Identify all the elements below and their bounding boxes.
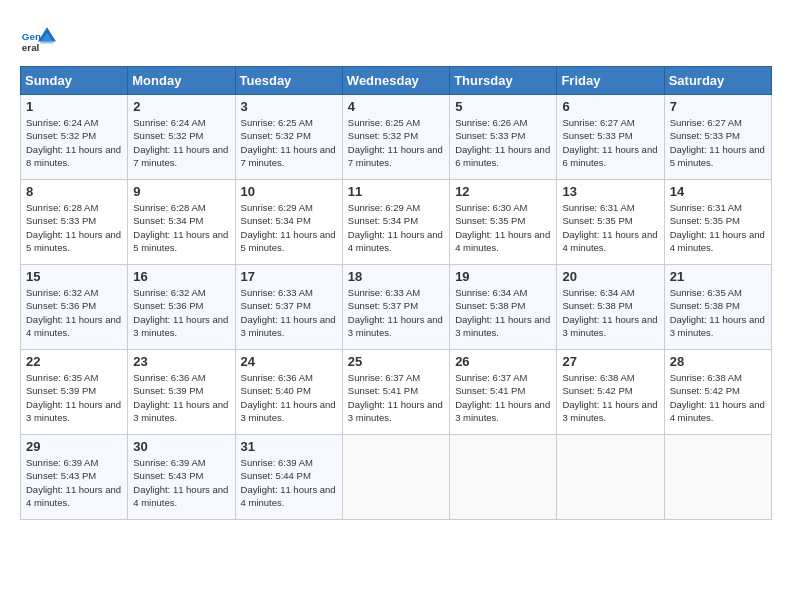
day-number: 1 bbox=[26, 99, 122, 114]
day-info: Sunrise: 6:24 AMSunset: 5:32 PMDaylight:… bbox=[133, 116, 229, 169]
calendar-cell: 24 Sunrise: 6:36 AMSunset: 5:40 PMDaylig… bbox=[235, 350, 342, 435]
calendar-week-1: 1 Sunrise: 6:24 AMSunset: 5:32 PMDayligh… bbox=[21, 95, 772, 180]
day-info: Sunrise: 6:29 AMSunset: 5:34 PMDaylight:… bbox=[241, 201, 337, 254]
day-info: Sunrise: 6:32 AMSunset: 5:36 PMDaylight:… bbox=[26, 286, 122, 339]
calendar-cell: 27 Sunrise: 6:38 AMSunset: 5:42 PMDaylig… bbox=[557, 350, 664, 435]
day-info: Sunrise: 6:38 AMSunset: 5:42 PMDaylight:… bbox=[562, 371, 658, 424]
calendar-cell bbox=[450, 435, 557, 520]
calendar-cell: 12 Sunrise: 6:30 AMSunset: 5:35 PMDaylig… bbox=[450, 180, 557, 265]
logo-icon: Gen eral bbox=[20, 20, 56, 56]
calendar-cell: 25 Sunrise: 6:37 AMSunset: 5:41 PMDaylig… bbox=[342, 350, 449, 435]
day-number: 12 bbox=[455, 184, 551, 199]
day-number: 4 bbox=[348, 99, 444, 114]
day-number: 18 bbox=[348, 269, 444, 284]
calendar-cell: 14 Sunrise: 6:31 AMSunset: 5:35 PMDaylig… bbox=[664, 180, 771, 265]
day-header-sunday: Sunday bbox=[21, 67, 128, 95]
day-number: 28 bbox=[670, 354, 766, 369]
day-number: 23 bbox=[133, 354, 229, 369]
day-number: 7 bbox=[670, 99, 766, 114]
calendar-cell: 15 Sunrise: 6:32 AMSunset: 5:36 PMDaylig… bbox=[21, 265, 128, 350]
day-info: Sunrise: 6:25 AMSunset: 5:32 PMDaylight:… bbox=[241, 116, 337, 169]
calendar-week-3: 15 Sunrise: 6:32 AMSunset: 5:36 PMDaylig… bbox=[21, 265, 772, 350]
calendar-cell: 31 Sunrise: 6:39 AMSunset: 5:44 PMDaylig… bbox=[235, 435, 342, 520]
day-number: 16 bbox=[133, 269, 229, 284]
day-info: Sunrise: 6:36 AMSunset: 5:39 PMDaylight:… bbox=[133, 371, 229, 424]
day-info: Sunrise: 6:32 AMSunset: 5:36 PMDaylight:… bbox=[133, 286, 229, 339]
day-number: 21 bbox=[670, 269, 766, 284]
day-number: 14 bbox=[670, 184, 766, 199]
day-header-friday: Friday bbox=[557, 67, 664, 95]
day-header-monday: Monday bbox=[128, 67, 235, 95]
day-number: 13 bbox=[562, 184, 658, 199]
calendar-cell: 3 Sunrise: 6:25 AMSunset: 5:32 PMDayligh… bbox=[235, 95, 342, 180]
day-info: Sunrise: 6:24 AMSunset: 5:32 PMDaylight:… bbox=[26, 116, 122, 169]
calendar-cell: 19 Sunrise: 6:34 AMSunset: 5:38 PMDaylig… bbox=[450, 265, 557, 350]
calendar-cell: 20 Sunrise: 6:34 AMSunset: 5:38 PMDaylig… bbox=[557, 265, 664, 350]
calendar-cell: 28 Sunrise: 6:38 AMSunset: 5:42 PMDaylig… bbox=[664, 350, 771, 435]
day-number: 27 bbox=[562, 354, 658, 369]
day-number: 24 bbox=[241, 354, 337, 369]
day-number: 8 bbox=[26, 184, 122, 199]
day-number: 19 bbox=[455, 269, 551, 284]
day-header-wednesday: Wednesday bbox=[342, 67, 449, 95]
calendar-week-2: 8 Sunrise: 6:28 AMSunset: 5:33 PMDayligh… bbox=[21, 180, 772, 265]
day-info: Sunrise: 6:27 AMSunset: 5:33 PMDaylight:… bbox=[562, 116, 658, 169]
day-info: Sunrise: 6:31 AMSunset: 5:35 PMDaylight:… bbox=[670, 201, 766, 254]
day-number: 20 bbox=[562, 269, 658, 284]
calendar-table: SundayMondayTuesdayWednesdayThursdayFrid… bbox=[20, 66, 772, 520]
day-info: Sunrise: 6:31 AMSunset: 5:35 PMDaylight:… bbox=[562, 201, 658, 254]
calendar-cell: 1 Sunrise: 6:24 AMSunset: 5:32 PMDayligh… bbox=[21, 95, 128, 180]
day-info: Sunrise: 6:30 AMSunset: 5:35 PMDaylight:… bbox=[455, 201, 551, 254]
calendar-cell: 7 Sunrise: 6:27 AMSunset: 5:33 PMDayligh… bbox=[664, 95, 771, 180]
day-info: Sunrise: 6:38 AMSunset: 5:42 PMDaylight:… bbox=[670, 371, 766, 424]
day-info: Sunrise: 6:29 AMSunset: 5:34 PMDaylight:… bbox=[348, 201, 444, 254]
calendar-cell: 17 Sunrise: 6:33 AMSunset: 5:37 PMDaylig… bbox=[235, 265, 342, 350]
calendar-cell: 8 Sunrise: 6:28 AMSunset: 5:33 PMDayligh… bbox=[21, 180, 128, 265]
day-header-saturday: Saturday bbox=[664, 67, 771, 95]
calendar-cell bbox=[557, 435, 664, 520]
svg-text:Gen: Gen bbox=[22, 31, 41, 42]
calendar-cell: 21 Sunrise: 6:35 AMSunset: 5:38 PMDaylig… bbox=[664, 265, 771, 350]
day-info: Sunrise: 6:35 AMSunset: 5:38 PMDaylight:… bbox=[670, 286, 766, 339]
calendar-body: 1 Sunrise: 6:24 AMSunset: 5:32 PMDayligh… bbox=[21, 95, 772, 520]
calendar-cell: 5 Sunrise: 6:26 AMSunset: 5:33 PMDayligh… bbox=[450, 95, 557, 180]
day-number: 29 bbox=[26, 439, 122, 454]
calendar-cell: 18 Sunrise: 6:33 AMSunset: 5:37 PMDaylig… bbox=[342, 265, 449, 350]
day-number: 5 bbox=[455, 99, 551, 114]
day-info: Sunrise: 6:35 AMSunset: 5:39 PMDaylight:… bbox=[26, 371, 122, 424]
day-info: Sunrise: 6:34 AMSunset: 5:38 PMDaylight:… bbox=[562, 286, 658, 339]
calendar-cell: 30 Sunrise: 6:39 AMSunset: 5:43 PMDaylig… bbox=[128, 435, 235, 520]
calendar-week-5: 29 Sunrise: 6:39 AMSunset: 5:43 PMDaylig… bbox=[21, 435, 772, 520]
day-number: 2 bbox=[133, 99, 229, 114]
day-number: 30 bbox=[133, 439, 229, 454]
calendar-cell: 6 Sunrise: 6:27 AMSunset: 5:33 PMDayligh… bbox=[557, 95, 664, 180]
day-info: Sunrise: 6:39 AMSunset: 5:44 PMDaylight:… bbox=[241, 456, 337, 509]
calendar-cell: 10 Sunrise: 6:29 AMSunset: 5:34 PMDaylig… bbox=[235, 180, 342, 265]
calendar-cell: 9 Sunrise: 6:28 AMSunset: 5:34 PMDayligh… bbox=[128, 180, 235, 265]
calendar-cell: 2 Sunrise: 6:24 AMSunset: 5:32 PMDayligh… bbox=[128, 95, 235, 180]
calendar-header: SundayMondayTuesdayWednesdayThursdayFrid… bbox=[21, 67, 772, 95]
calendar-cell: 26 Sunrise: 6:37 AMSunset: 5:41 PMDaylig… bbox=[450, 350, 557, 435]
calendar-cell: 16 Sunrise: 6:32 AMSunset: 5:36 PMDaylig… bbox=[128, 265, 235, 350]
day-number: 11 bbox=[348, 184, 444, 199]
day-number: 31 bbox=[241, 439, 337, 454]
calendar-cell: 4 Sunrise: 6:25 AMSunset: 5:32 PMDayligh… bbox=[342, 95, 449, 180]
calendar-cell: 23 Sunrise: 6:36 AMSunset: 5:39 PMDaylig… bbox=[128, 350, 235, 435]
day-info: Sunrise: 6:34 AMSunset: 5:38 PMDaylight:… bbox=[455, 286, 551, 339]
day-info: Sunrise: 6:28 AMSunset: 5:33 PMDaylight:… bbox=[26, 201, 122, 254]
page-header: Gen eral bbox=[20, 20, 772, 56]
day-info: Sunrise: 6:39 AMSunset: 5:43 PMDaylight:… bbox=[133, 456, 229, 509]
day-info: Sunrise: 6:37 AMSunset: 5:41 PMDaylight:… bbox=[348, 371, 444, 424]
day-info: Sunrise: 6:39 AMSunset: 5:43 PMDaylight:… bbox=[26, 456, 122, 509]
day-number: 10 bbox=[241, 184, 337, 199]
calendar-cell bbox=[664, 435, 771, 520]
day-number: 17 bbox=[241, 269, 337, 284]
calendar-cell: 29 Sunrise: 6:39 AMSunset: 5:43 PMDaylig… bbox=[21, 435, 128, 520]
day-number: 26 bbox=[455, 354, 551, 369]
calendar-cell bbox=[342, 435, 449, 520]
day-header-tuesday: Tuesday bbox=[235, 67, 342, 95]
day-number: 9 bbox=[133, 184, 229, 199]
day-info: Sunrise: 6:33 AMSunset: 5:37 PMDaylight:… bbox=[348, 286, 444, 339]
calendar-week-4: 22 Sunrise: 6:35 AMSunset: 5:39 PMDaylig… bbox=[21, 350, 772, 435]
day-info: Sunrise: 6:25 AMSunset: 5:32 PMDaylight:… bbox=[348, 116, 444, 169]
